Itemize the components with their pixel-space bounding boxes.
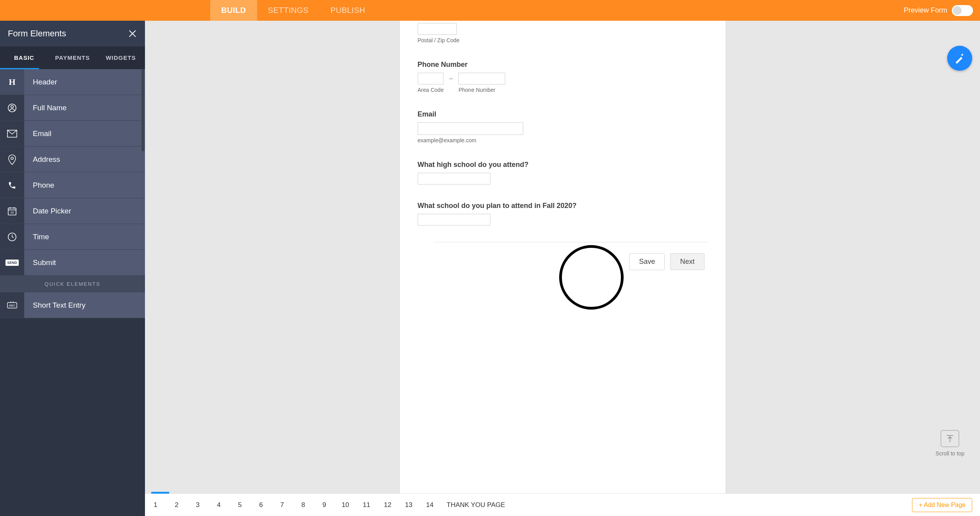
tab-settings[interactable]: SETTINGS xyxy=(257,0,320,21)
area-code-sublabel: Area Code xyxy=(418,87,444,93)
element-submit[interactable]: SEND Submit xyxy=(0,250,145,276)
send-icon: SEND xyxy=(0,250,24,275)
canvas: Postal / Zip Code Phone Number Area Code… xyxy=(145,21,980,516)
svg-point-3 xyxy=(11,105,13,108)
plan-label: What school do you plan to attend in Fal… xyxy=(418,202,708,210)
sidebar-header: Form Elements xyxy=(0,21,145,47)
element-label: Full Name xyxy=(24,95,145,120)
calendar-icon: 10 xyxy=(0,198,24,224)
pin-icon xyxy=(0,147,24,172)
email-input[interactable] xyxy=(418,122,523,135)
highschool-label: What high school do you attend? xyxy=(418,161,708,169)
subtab-widgets[interactable]: WIDGETS xyxy=(97,47,145,68)
page-1[interactable]: 1 xyxy=(145,501,166,509)
svg-point-5 xyxy=(11,157,13,159)
page-6[interactable]: 6 xyxy=(250,501,272,509)
arrow-up-icon xyxy=(946,434,954,443)
element-label: Date Picker xyxy=(24,198,145,224)
subtab-basic[interactable]: BASIC xyxy=(0,47,48,68)
page-thankyou[interactable]: THANK YOU PAGE xyxy=(440,501,511,509)
add-new-page-button[interactable]: + Add New Page xyxy=(912,498,972,512)
magic-fab[interactable] xyxy=(947,46,972,71)
page-14[interactable]: 14 xyxy=(419,501,440,509)
element-short-text[interactable]: ABC Short Text Entry xyxy=(0,292,145,318)
sidebar-subtabs: BASIC PAYMENTS WIDGETS xyxy=(0,47,145,68)
sidebar-title: Form Elements xyxy=(8,29,66,39)
element-fullname[interactable]: Full Name xyxy=(0,95,145,121)
phone-label: Phone Number xyxy=(418,61,708,69)
scrollbar-thumb[interactable] xyxy=(141,69,145,151)
preview-toggle[interactable] xyxy=(952,5,973,16)
page-5[interactable]: 5 xyxy=(229,501,250,509)
plan-input[interactable] xyxy=(418,214,490,226)
sidebar: Form Elements BASIC PAYMENTS WIDGETS H H… xyxy=(0,21,145,516)
wand-icon xyxy=(954,53,965,64)
page-13[interactable]: 13 xyxy=(398,501,419,509)
highschool-input[interactable] xyxy=(418,173,490,185)
phone-icon xyxy=(0,172,24,198)
element-label: Header xyxy=(24,69,145,95)
preview-form: Preview Form xyxy=(904,0,980,21)
tab-build[interactable]: BUILD xyxy=(210,0,257,21)
subtab-payments[interactable]: PAYMENTS xyxy=(48,47,97,68)
tab-publish[interactable]: PUBLISH xyxy=(320,0,376,21)
element-datepicker[interactable]: 10 Date Picker xyxy=(0,198,145,224)
page-8[interactable]: 8 xyxy=(293,501,314,509)
area-code-input[interactable] xyxy=(418,73,444,84)
element-label: Address xyxy=(24,147,145,172)
element-label: Submit xyxy=(24,250,145,275)
element-label: Email xyxy=(24,121,145,146)
page-11[interactable]: 11 xyxy=(356,501,377,509)
postal-input[interactable] xyxy=(418,23,457,35)
element-label: Short Text Entry xyxy=(24,292,145,318)
preview-label: Preview Form xyxy=(904,6,947,14)
page-7[interactable]: 7 xyxy=(272,501,293,509)
postal-sublabel: Postal / Zip Code xyxy=(418,37,708,43)
person-icon xyxy=(0,95,24,120)
svg-text:10: 10 xyxy=(11,211,14,214)
shorttext-icon: ABC xyxy=(0,292,24,318)
page-4[interactable]: 4 xyxy=(208,501,229,509)
elements-list[interactable]: H Header Full Name Email Address xyxy=(0,69,145,516)
phone-number-sublabel: Phone Number xyxy=(458,87,505,93)
phone-number-input[interactable] xyxy=(458,73,505,84)
element-label: Phone xyxy=(24,172,145,198)
email-label: Email xyxy=(418,110,708,118)
page-3[interactable]: 3 xyxy=(187,501,208,509)
scroll-to-top[interactable]: Scroll to top xyxy=(935,430,964,457)
quick-elements-header: QUICK ELEMENTS xyxy=(0,276,145,292)
page-9[interactable]: 9 xyxy=(314,501,335,509)
dash: – xyxy=(449,73,453,82)
email-sublabel: example@example.com xyxy=(418,137,708,143)
element-header[interactable]: H Header xyxy=(0,69,145,95)
element-label: Time xyxy=(24,224,145,249)
svg-text:ABC: ABC xyxy=(9,304,16,307)
element-address[interactable]: Address xyxy=(0,147,145,172)
pager: 1 2 3 4 5 6 7 8 9 10 11 12 13 14 THANK Y… xyxy=(145,493,980,516)
clock-icon xyxy=(0,224,24,249)
page-2[interactable]: 2 xyxy=(166,501,187,509)
element-phone[interactable]: Phone xyxy=(0,172,145,198)
element-email[interactable]: Email xyxy=(0,121,145,147)
pager-indicator xyxy=(151,492,169,494)
save-button[interactable]: Save xyxy=(629,253,665,270)
scroll-top-label: Scroll to top xyxy=(935,450,964,457)
element-time[interactable]: Time xyxy=(0,224,145,250)
next-button[interactable]: Next xyxy=(670,253,704,270)
topbar: BUILD SETTINGS PUBLISH Preview Form xyxy=(0,0,980,21)
page-12[interactable]: 12 xyxy=(377,501,398,509)
topbar-tabs: BUILD SETTINGS PUBLISH xyxy=(210,0,376,21)
mail-icon xyxy=(0,121,24,146)
close-icon[interactable] xyxy=(128,29,137,38)
page-10[interactable]: 10 xyxy=(335,501,356,509)
divider xyxy=(433,242,708,242)
header-icon: H xyxy=(0,69,24,95)
form-paper: Postal / Zip Code Phone Number Area Code… xyxy=(400,21,726,493)
